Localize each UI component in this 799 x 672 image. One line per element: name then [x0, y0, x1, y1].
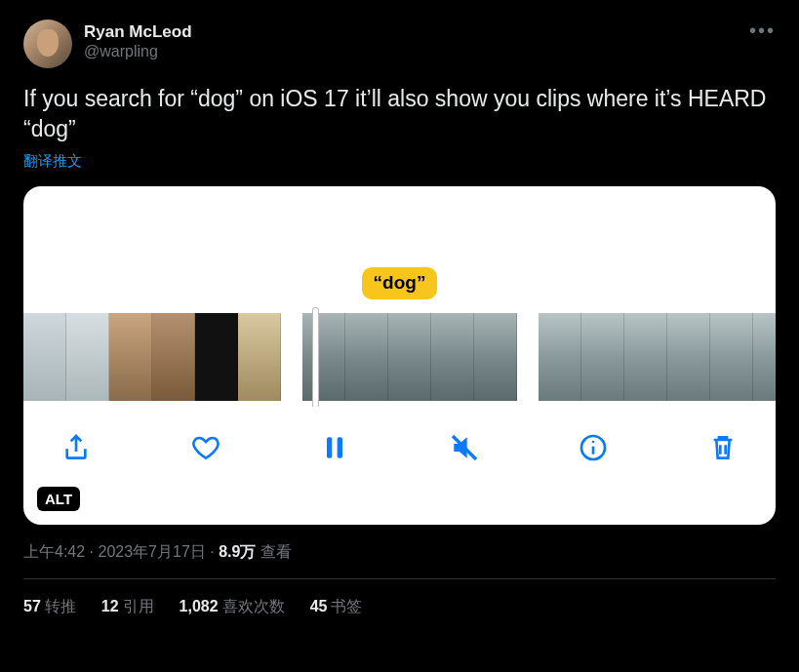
timeline-frame: [710, 313, 753, 401]
views-label: 查看: [256, 543, 291, 560]
alt-badge[interactable]: ALT: [37, 487, 80, 511]
timeline-frame: [539, 313, 581, 401]
timeline-frame: [431, 313, 474, 401]
tweet-time[interactable]: 上午4:42: [23, 543, 85, 560]
video-timeline[interactable]: [23, 299, 776, 407]
tweet-date[interactable]: 2023年7月17日: [98, 543, 205, 560]
bookmarks-stat[interactable]: 45书签: [310, 597, 363, 617]
share-icon[interactable]: [57, 428, 96, 467]
media-top-space: [23, 186, 776, 262]
tweet-text: If you search for “dog” on iOS 17 it’ll …: [23, 84, 776, 144]
timeline-frame: [581, 313, 624, 401]
timeline-frame: [624, 313, 667, 401]
display-name: Ryan McLeod: [84, 21, 192, 42]
trash-icon[interactable]: [703, 428, 742, 467]
timeline-frame: [109, 313, 152, 401]
timeline-frame: [66, 313, 109, 401]
quotes-stat[interactable]: 12引用: [101, 597, 154, 617]
caption-bubble: “dog”: [362, 267, 438, 299]
tweet-meta: 上午4:42 · 2023年7月17日 · 8.9万 查看: [23, 542, 776, 563]
timeline-frame: [152, 313, 195, 401]
svg-rect-1: [338, 437, 342, 457]
likes-stat[interactable]: 1,082喜欢次数: [180, 597, 285, 617]
svg-rect-0: [327, 437, 332, 457]
info-icon[interactable]: [574, 428, 613, 467]
timeline-frame: [753, 313, 776, 401]
clip-group[interactable]: [23, 313, 281, 401]
translate-link[interactable]: 翻译推文: [23, 152, 776, 171]
clip-group-active[interactable]: [302, 313, 517, 401]
timeline-frame: [345, 313, 388, 401]
tweet-stats: 57转推 12引用 1,082喜欢次数 45书签: [23, 579, 776, 617]
heart-icon[interactable]: [186, 428, 225, 467]
views-count: 8.9万: [219, 543, 256, 560]
timeline-frame: [195, 313, 238, 401]
media-toolbar: [23, 407, 776, 467]
clip-group[interactable]: [539, 313, 776, 401]
timeline-frame: [474, 313, 517, 401]
timeline-frame: [667, 313, 710, 401]
timeline-frame: [388, 313, 431, 401]
author-names[interactable]: Ryan McLeod @warpling: [84, 20, 192, 61]
svg-point-5: [592, 441, 595, 444]
tweet: Ryan McLeod @warpling ••• If you search …: [6, 6, 793, 627]
tweet-header: Ryan McLeod @warpling •••: [23, 20, 776, 68]
mute-icon[interactable]: [445, 428, 484, 467]
media-attachment[interactable]: “dog”: [23, 186, 776, 525]
more-icon[interactable]: •••: [749, 20, 776, 42]
retweets-stat[interactable]: 57转推: [23, 597, 76, 617]
avatar[interactable]: [23, 20, 72, 68]
timeline-frame: [302, 313, 345, 401]
timeline-frame: [238, 313, 281, 401]
caption-bubble-row: “dog”: [23, 262, 776, 299]
timeline-frame: [23, 313, 66, 401]
pause-icon[interactable]: [315, 428, 354, 467]
handle: @warpling: [84, 42, 192, 61]
